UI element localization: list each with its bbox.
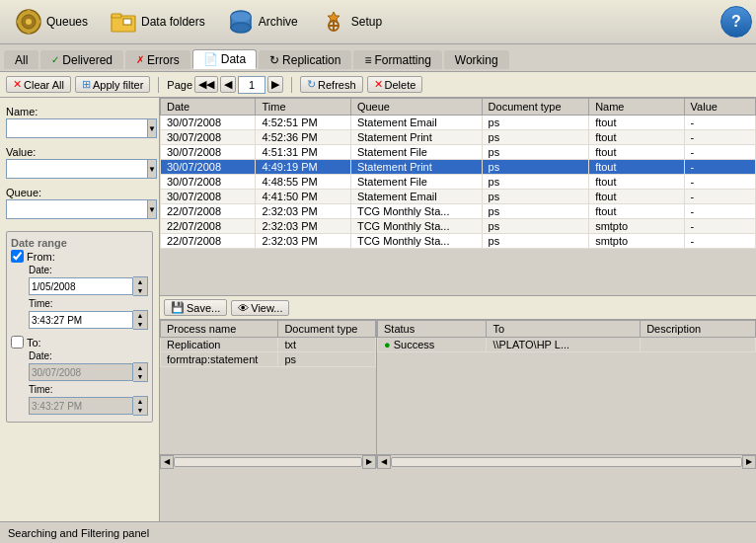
tab-replication[interactable]: ↻ Replication <box>259 50 351 69</box>
cell-queue: Statement File <box>350 175 482 190</box>
scroll-right-right-arrow[interactable]: ▶ <box>742 455 756 469</box>
toolbar-queues[interactable]: Queues <box>4 3 99 40</box>
queue-input[interactable] <box>6 199 148 219</box>
process-doctype-cell: ps <box>278 352 376 367</box>
cell-name: ftout <box>589 160 684 175</box>
scroll-right-arrow[interactable]: ▶ <box>362 455 376 469</box>
view-button[interactable]: 👁 View... <box>231 300 289 316</box>
to-checkbox-label[interactable]: To: <box>11 336 148 349</box>
from-date-up[interactable]: ▲ <box>133 277 147 286</box>
toolbar-data-folders[interactable]: Data folders <box>99 3 216 40</box>
to-time-spinner[interactable]: ▲ ▼ <box>133 396 148 416</box>
queue-dropdown[interactable]: ▼ <box>148 199 157 219</box>
to-date-up[interactable]: ▲ <box>133 363 147 372</box>
tab-delivered[interactable]: ✓ Delivered <box>40 50 123 69</box>
col-doc-type[interactable]: Document type <box>482 99 589 116</box>
value-dropdown[interactable]: ▼ <box>148 159 157 179</box>
cell-name: ftout <box>589 175 684 190</box>
col-to[interactable]: To <box>487 321 641 338</box>
data-table-wrap[interactable]: Date Time Queue Document type Name Value… <box>160 98 756 295</box>
refresh-button[interactable]: ↻ Refresh <box>300 76 363 93</box>
page-next-button[interactable]: ▶ <box>267 76 283 93</box>
name-dropdown[interactable]: ▼ <box>148 118 157 138</box>
hscroll-right-track[interactable] <box>391 457 742 467</box>
hscroll-right[interactable]: ◀ ▶ <box>377 455 756 468</box>
toolbar-archive[interactable]: Archive <box>216 3 309 40</box>
process-row[interactable]: Replication txt <box>161 338 376 352</box>
page-prev-button[interactable]: ◀ <box>220 76 236 93</box>
col-value[interactable]: Value <box>684 99 755 116</box>
from-time-spinner[interactable]: ▲ ▼ <box>133 310 148 330</box>
col-process-doctype[interactable]: Document type <box>278 321 376 338</box>
status-text: Searching and Filtering panel <box>8 527 149 539</box>
cell-queue: Statement Email <box>350 116 482 130</box>
to-date-down[interactable]: ▼ <box>133 372 147 381</box>
cell-queue: Statement Email <box>350 190 482 204</box>
name-filter: Name: ▼ <box>6 106 153 138</box>
main-toolbar: Queues Data folders Archive <box>0 0 756 44</box>
from-time-up[interactable]: ▲ <box>133 311 147 320</box>
queues-label: Queues <box>46 15 88 29</box>
tab-working[interactable]: Working <box>444 50 509 69</box>
from-checkbox-label[interactable]: From: <box>11 250 148 263</box>
table-row[interactable]: 30/07/2008 4:48:55 PM Statement File ps … <box>161 175 756 190</box>
toolbar-setup[interactable]: Setup <box>309 3 393 40</box>
from-checkbox[interactable] <box>11 250 24 263</box>
help-button[interactable]: ? <box>720 6 752 38</box>
tab-formatting[interactable]: ≡ Formatting <box>353 50 441 69</box>
col-date[interactable]: Date <box>161 99 256 116</box>
tab-errors[interactable]: ✗ Errors <box>125 50 190 69</box>
col-process-name[interactable]: Process name <box>161 321 278 338</box>
table-row[interactable]: 22/07/2008 2:32:03 PM TCG Monthly Sta...… <box>161 204 756 219</box>
clear-all-button[interactable]: ✕ Clear All <box>6 76 71 93</box>
delete-button[interactable]: ✕ Delete <box>367 76 423 93</box>
col-queue[interactable]: Queue <box>350 99 482 116</box>
process-table-wrap[interactable]: Process name Document type Replication t… <box>160 320 377 454</box>
table-row[interactable]: 30/07/2008 4:52:36 PM Statement Print ps… <box>161 130 756 145</box>
table-row[interactable]: 30/07/2008 4:52:51 PM Statement Email ps… <box>161 116 756 130</box>
hscroll-left[interactable]: ◀ ▶ <box>160 455 377 468</box>
to-date-input[interactable] <box>29 363 133 381</box>
col-name[interactable]: Name <box>589 99 684 116</box>
name-input[interactable] <box>6 118 148 138</box>
from-date-input[interactable] <box>29 277 133 295</box>
view-label: View... <box>251 302 282 314</box>
page-number-input[interactable] <box>238 76 265 94</box>
to-time-up[interactable]: ▲ <box>133 397 147 406</box>
col-time[interactable]: Time <box>256 99 350 116</box>
cell-value: - <box>684 145 755 160</box>
queue-filter: Queue: ▼ <box>6 187 153 219</box>
table-row[interactable]: 22/07/2008 2:32:03 PM TCG Monthly Sta...… <box>161 219 756 234</box>
col-status[interactable]: Status <box>378 321 487 338</box>
apply-filter-button[interactable]: ⊞ Apply filter <box>75 76 150 93</box>
hscroll-left-track[interactable] <box>174 457 362 467</box>
status-row[interactable]: ● Success \\PLATO\HP L... <box>378 338 756 352</box>
cell-name: ftout <box>589 130 684 145</box>
value-input[interactable] <box>6 159 148 179</box>
table-row[interactable]: 22/07/2008 2:32:03 PM TCG Monthly Sta...… <box>161 234 756 249</box>
page-first-button[interactable]: ◀◀ <box>194 76 218 93</box>
table-row[interactable]: 30/07/2008 4:41:50 PM Statement Email ps… <box>161 190 756 204</box>
to-checkbox[interactable] <box>11 336 24 349</box>
status-table-wrap[interactable]: Status To Description ● Success \\PLATO\… <box>377 320 756 454</box>
scroll-left-arrow[interactable]: ◀ <box>160 455 174 469</box>
value-label: Value: <box>6 146 153 158</box>
scroll-right-left-arrow[interactable]: ◀ <box>377 455 391 469</box>
filter-panel: Name: ▼ Value: ▼ Queue: ▼ Date range <box>0 98 160 521</box>
to-date-spinner[interactable]: ▲ ▼ <box>133 362 148 382</box>
from-time-down[interactable]: ▼ <box>133 320 147 329</box>
tab-all[interactable]: All <box>4 50 38 69</box>
process-row[interactable]: formtrap:statement ps <box>161 352 376 367</box>
cell-name: smtpto <box>589 219 684 234</box>
from-date-down[interactable]: ▼ <box>133 286 147 295</box>
col-description[interactable]: Description <box>641 321 756 338</box>
svg-rect-9 <box>123 19 131 25</box>
to-time-input[interactable] <box>29 397 133 415</box>
from-date-spinner[interactable]: ▲ ▼ <box>133 276 148 296</box>
from-time-input[interactable] <box>29 311 133 329</box>
table-row[interactable]: 30/07/2008 4:51:31 PM Statement File ps … <box>161 145 756 160</box>
tab-data[interactable]: 📄 Data <box>192 49 257 69</box>
to-time-down[interactable]: ▼ <box>133 406 147 415</box>
table-row[interactable]: 30/07/2008 4:49:19 PM Statement Print ps… <box>161 160 756 175</box>
save-button[interactable]: 💾 Save... <box>164 299 227 316</box>
